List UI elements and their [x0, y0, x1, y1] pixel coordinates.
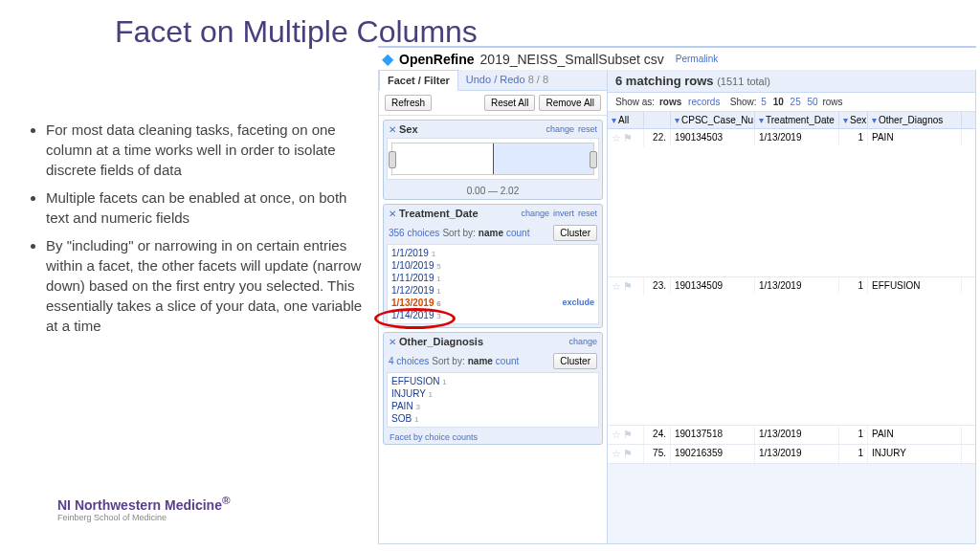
show-records[interactable]: records [688, 97, 720, 107]
cell-date[interactable]: 1/13/2019 [755, 426, 839, 444]
flag-icon[interactable]: ⚑ [623, 280, 635, 293]
change-link[interactable]: change [568, 337, 597, 346]
cell-case[interactable]: 190134509 [671, 277, 755, 294]
sort-count[interactable]: count [496, 356, 519, 366]
star-icon[interactable]: ☆ [612, 132, 623, 144]
dropdown-icon[interactable]: ▾ [872, 115, 877, 125]
cluster-button[interactable]: Cluster [553, 353, 597, 369]
sort-name[interactable]: name [468, 356, 493, 366]
cell-sex[interactable]: 1 [839, 129, 868, 145]
close-icon[interactable]: ✕ [389, 209, 396, 219]
cell-sex[interactable]: 1 [839, 426, 868, 444]
diamond-icon: ◆ [382, 50, 393, 68]
row-number: 22. [644, 129, 671, 145]
remove-all-button[interactable]: Remove All [539, 95, 601, 111]
choice-count: 356 choices [389, 228, 439, 238]
openrefine-app: ◆ OpenRefine 2019_NEISS_SmallSubset csv … [378, 46, 976, 543]
facet-by-counts-link[interactable]: Facet by choice counts [384, 430, 602, 444]
row-number: 24. [644, 426, 671, 444]
facet-choice[interactable]: SOB 1 [391, 412, 594, 425]
facet-choices[interactable]: EFFUSION 1INJURY 1PAIN 3SOB 1 [387, 372, 599, 428]
cell-case[interactable]: 190137518 [671, 426, 755, 444]
facet-toolbar: Refresh Reset All Remove All [379, 91, 607, 116]
facet-choice[interactable]: 1/14/2019 3 [391, 309, 594, 321]
sort-name[interactable]: name [479, 228, 503, 238]
table-row: ☆⚑22.1901345031/13/20191PAIN [608, 129, 975, 277]
page-size-25[interactable]: 25 [791, 97, 801, 107]
flag-icon[interactable]: ⚑ [623, 448, 635, 460]
page-size-50[interactable]: 50 [807, 97, 817, 107]
cell-case[interactable]: 190134503 [671, 129, 755, 145]
page-size-5[interactable]: 5 [761, 97, 767, 107]
facet-sex: ✕ Sex change reset 0.00 — 2.02 [383, 120, 603, 200]
table-row: ☆⚑23.1901345091/13/20191EFFUSION [608, 277, 975, 426]
refresh-button[interactable]: Refresh [385, 95, 432, 111]
close-icon[interactable]: ✕ [389, 124, 396, 135]
cell-diag[interactable]: EFFUSION [868, 277, 962, 294]
cell-diag[interactable]: INJURY [868, 445, 962, 463]
results-panel: 6 matching rows (1511 total) Show as: ro… [608, 70, 976, 544]
cell-case[interactable]: 190216359 [671, 445, 755, 463]
bullet: Multiple facets can be enabled at once, … [46, 187, 373, 228]
show-bar: Show as: rows records Show: 5 10 25 50 r… [608, 93, 975, 112]
bullet: For most data cleaning tasks, faceting o… [46, 120, 373, 180]
close-icon[interactable]: ✕ [389, 337, 396, 347]
results-heading: 6 matching rows (1511 total) [608, 70, 975, 93]
facet-choice[interactable]: 1/1/2019 1 [391, 247, 594, 259]
tab-facet[interactable]: Facet / Filter [379, 70, 458, 91]
cell-date[interactable]: 1/13/2019 [755, 129, 839, 145]
facet-choices[interactable]: 1/1/2019 11/10/2019 51/11/2019 11/12/201… [387, 244, 599, 324]
tabs: Facet / Filter Undo / Redo 8 / 8 [379, 70, 607, 91]
flag-icon[interactable]: ⚑ [623, 132, 635, 144]
facet-choice[interactable]: 1/13/2019 6exclude [391, 297, 594, 309]
facet-choice[interactable]: 1/10/2019 5 [391, 259, 594, 272]
slide-bullets: For most data cleaning tasks, faceting o… [29, 120, 373, 343]
star-icon[interactable]: ☆ [612, 280, 623, 293]
reset-link[interactable]: reset [578, 124, 597, 134]
cluster-button[interactable]: Cluster [553, 225, 597, 241]
cell-sex[interactable]: 1 [839, 445, 868, 463]
facet-choice[interactable]: INJURY 1 [391, 387, 594, 400]
dropdown-icon[interactable]: ▾ [612, 115, 616, 125]
tab-undo[interactable]: Undo / Redo 8 / 8 [458, 70, 556, 90]
sort-count[interactable]: count [506, 228, 529, 238]
cell-date[interactable]: 1/13/2019 [755, 445, 839, 463]
reset-all-button[interactable]: Reset All [484, 95, 535, 111]
table-row: ☆⚑24.1901375181/13/20191PAIN [608, 426, 975, 445]
show-rows[interactable]: rows [659, 97, 681, 107]
change-link[interactable]: change [521, 209, 549, 218]
dropdown-icon[interactable]: ▾ [675, 115, 679, 125]
page-size-10[interactable]: 10 [773, 97, 784, 107]
slider-handle-right[interactable] [590, 151, 597, 168]
reset-link[interactable]: reset [578, 209, 597, 218]
cell-sex[interactable]: 1 [839, 277, 868, 294]
logo-mark: NI [57, 497, 71, 513]
app-name: OpenRefine [399, 52, 475, 67]
flag-icon[interactable]: ⚑ [623, 429, 635, 441]
facet-other-diagnosis: ✕ Other_Diagnosis change 4 choices Sort … [383, 332, 603, 445]
dropdown-icon[interactable]: ▾ [759, 115, 764, 125]
change-link[interactable]: change [546, 124, 574, 134]
facet-choice[interactable]: EFFUSION 1 [391, 375, 594, 387]
facet-choice[interactable]: 1/11/2019 1 [391, 272, 594, 284]
permalink-link[interactable]: Permalink [676, 54, 718, 64]
project-name: 2019_NEISS_SmallSubset csv [480, 52, 664, 67]
cell-diag[interactable]: PAIN [868, 426, 962, 444]
cell-diag[interactable]: PAIN [868, 129, 962, 145]
invert-link[interactable]: invert [553, 209, 574, 218]
exclude-link[interactable]: exclude [562, 298, 594, 307]
facet-choice[interactable]: 1/12/2019 1 [391, 284, 594, 297]
star-icon[interactable]: ☆ [612, 429, 623, 441]
left-panel: Facet / Filter Undo / Redo 8 / 8 Refresh… [378, 70, 608, 544]
dropdown-icon[interactable]: ▾ [843, 115, 848, 125]
slider-handle-left[interactable] [389, 151, 396, 168]
star-icon[interactable]: ☆ [612, 448, 623, 460]
row-number: 75. [644, 445, 671, 463]
histogram-range: 0.00 — 2.02 [384, 183, 602, 199]
bullet: By "including" or narrowing in on certai… [46, 235, 373, 336]
histogram[interactable] [391, 143, 594, 175]
facet-choice[interactable]: PAIN 3 [391, 400, 594, 412]
cell-date[interactable]: 1/13/2019 [755, 277, 839, 294]
facet-title: Other_Diagnosis [399, 336, 565, 347]
choice-count: 4 choices [389, 356, 429, 366]
